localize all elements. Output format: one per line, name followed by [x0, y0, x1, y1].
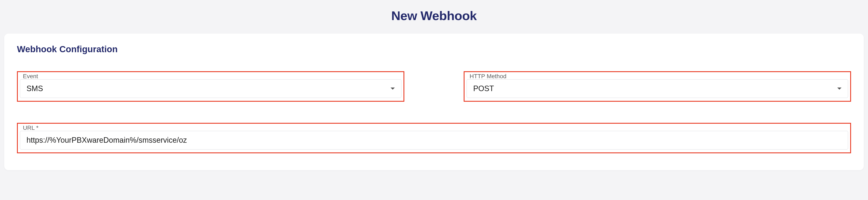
event-label: Event: [23, 73, 38, 80]
url-input-wrap: [20, 131, 848, 150]
http-method-label: HTTP Method: [470, 73, 506, 80]
event-select[interactable]: SMS: [20, 79, 401, 98]
http-method-highlight: HTTP Method POST: [464, 71, 851, 102]
http-method-select-value: POST: [473, 84, 494, 93]
url-label: URL *: [23, 124, 38, 131]
webhook-config-card: Webhook Configuration Event SMS HTTP Met…: [4, 34, 864, 170]
chevron-down-icon: [391, 87, 395, 90]
url-highlight: URL *: [17, 123, 851, 153]
http-method-select[interactable]: POST: [467, 79, 848, 98]
chevron-down-icon: [837, 87, 841, 90]
url-input[interactable]: [27, 136, 841, 145]
event-highlight: Event SMS: [17, 71, 404, 102]
event-select-value: SMS: [27, 84, 43, 93]
page-title: New Webhook: [0, 8, 868, 23]
section-title: Webhook Configuration: [17, 44, 851, 54]
